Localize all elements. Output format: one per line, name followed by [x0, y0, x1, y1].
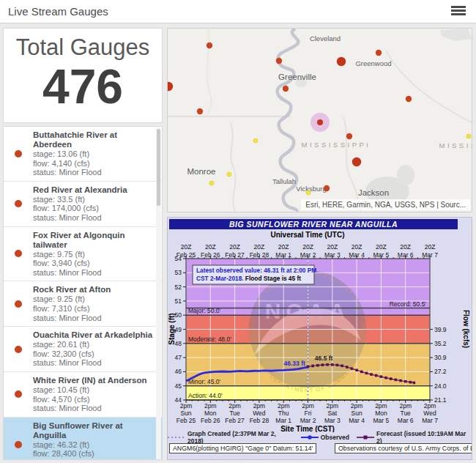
forecast-point [384, 377, 387, 379]
gauge-list-item[interactable]: Buttahatchie River at Aberdeenstage: 13.… [4, 127, 162, 182]
status-dot-column [4, 390, 33, 398]
flood-level-label: Minor: 45.0' [188, 378, 221, 385]
gauge-marker-moderate[interactable] [352, 158, 361, 166]
forecast-point [413, 382, 416, 385]
map-place-label: Tallulah [272, 177, 296, 185]
flood-status-dot-icon [15, 441, 22, 448]
svg-text:2pm: 2pm [399, 402, 412, 410]
map-panel[interactable]: ClevelandGreenwoodGreenvilleMonroeTallul… [167, 28, 472, 212]
svg-text:46: 46 [175, 368, 182, 375]
legend-observed-icon [301, 434, 319, 440]
flood-status-dot-icon [15, 346, 22, 353]
gauge-marker-action[interactable] [227, 172, 231, 177]
gauge-marker-action[interactable] [253, 138, 258, 143]
svg-text:2pm: 2pm [204, 402, 217, 410]
svg-text:Fri: Fri [305, 410, 312, 417]
svg-text:47: 47 [175, 354, 182, 361]
map-attribution: Esri, HERE, Garmin, NGA, USGS, NPS | Sou… [301, 199, 470, 210]
flood-status-dot-icon [15, 390, 22, 398]
gauge-info: Big Sunflower River at Anguillastage: 46… [33, 421, 155, 460]
forecast-point [380, 375, 383, 378]
svg-text:Mar 6: Mar 6 [398, 251, 414, 259]
total-gauges-card: Total Gauges 476 [3, 28, 163, 123]
svg-text:Feb 25: Feb 25 [176, 251, 196, 259]
map-place-label: Jackson [358, 188, 389, 197]
gauge-marker-minor[interactable] [283, 86, 289, 92]
gauge-name: Rock River at Afton [33, 285, 155, 295]
svg-text:CST 2-Mar-2018. Flood Stage is: CST 2-Mar-2018. Flood Stage is 45 ft [196, 275, 301, 282]
gauge-list-item[interactable]: Rock River at Aftonstage: 9.25 (ft)flow:… [4, 281, 162, 327]
total-gauges-label: Total Gauges [4, 34, 162, 61]
gauge-info: White River (IN) at Andersonstage: 10.45… [33, 376, 155, 413]
gauge-marker-minor[interactable] [207, 42, 212, 48]
gauge-marker-minor[interactable] [376, 50, 382, 56]
gauge-marker-minor[interactable] [276, 58, 282, 64]
svg-text:Thu: Thu [278, 410, 289, 417]
svg-text:Mar 3: Mar 3 [324, 251, 341, 259]
svg-text:2pm: 2pm [424, 402, 436, 410]
map-place-label: Cleveland [310, 34, 341, 42]
gauge-stage: stage: 9.25 (ft) [33, 295, 155, 304]
gauge-status: status: Minor Flood [33, 358, 155, 368]
svg-text:Mar 1: Mar 1 [275, 417, 291, 424]
gauge-info: Ouachita River at Arkadelphiastage: 20.6… [33, 330, 155, 368]
gauge-list-item[interactable]: White River (IN) at Andersonstage: 10.45… [4, 372, 162, 418]
gauge-marker-minor[interactable] [346, 133, 352, 139]
gauge-list-item[interactable]: Big Sunflower River at Anguillastage: 46… [4, 418, 162, 460]
gauge-stage: stage: 13.06 (ft) [33, 149, 155, 159]
map-place-label: Vicksburg [296, 185, 327, 193]
svg-text:20Z: 20Z [205, 243, 216, 251]
svg-text:Feb 27: Feb 27 [225, 417, 245, 424]
svg-text:Tue: Tue [229, 410, 240, 417]
forecast-point [399, 379, 402, 382]
gauge-list-item[interactable]: Fox River at Algonquin tailwaterstage: 9… [4, 227, 162, 282]
legend-label: Forecast (issued 10:19AM Mar 2) [376, 430, 472, 445]
svg-text:21.1: 21.1 [434, 396, 447, 404]
svg-text:Sun: Sun [352, 410, 362, 417]
gauge-stage: stage: 33.5 (ft) [33, 195, 155, 204]
list-scrollbar[interactable] [156, 127, 161, 460]
svg-text:Feb 26: Feb 26 [201, 417, 220, 424]
scrollbar-thumb[interactable] [157, 129, 160, 206]
svg-text:2pm: 2pm [253, 402, 266, 410]
svg-text:Wed: Wed [423, 410, 436, 417]
gauge-list-item[interactable]: Red River at Alexandriastage: 33.5 (ft)f… [4, 182, 162, 227]
svg-text:2pm: 2pm [375, 402, 387, 410]
status-dot-column [4, 346, 33, 353]
gauge-flow: flow: 3,940 (cfs) [33, 259, 155, 268]
gauge-marker-action[interactable] [209, 181, 214, 185]
gauge-marker-action[interactable] [306, 190, 310, 195]
svg-text:20Z: 20Z [425, 243, 436, 251]
gauge-status: status: Minor Flood [33, 168, 155, 177]
status-dot-column [4, 441, 33, 448]
svg-text:45: 45 [175, 382, 182, 390]
gauge-marker-minor[interactable] [324, 185, 330, 191]
gauge-info: Rock River at Aftonstage: 9.25 (ft)flow:… [33, 285, 155, 322]
gauge-flow: flow: 28,400 (cfs) [33, 449, 155, 459]
gauge-stage: stage: 46.32 (ft) [33, 440, 155, 450]
selected-gauge-marker[interactable] [317, 119, 323, 125]
svg-text:Feb 28: Feb 28 [250, 251, 269, 259]
map-place-label: MISSISS [439, 141, 472, 149]
legend-label: Graph Created (2:37PM Mar 2, 2018) [187, 430, 294, 445]
forecast-point [395, 379, 398, 382]
svg-text:Latest observed value: 46.31: Latest observed value: 46.31 ft at 2:00 … [196, 267, 316, 274]
gauge-marker-action[interactable] [466, 134, 471, 138]
gauge-marker-moderate[interactable] [337, 57, 346, 66]
gauge-marker-minor[interactable] [406, 96, 412, 102]
map-canvas[interactable]: ClevelandGreenwoodGreenvilleMonroeTallul… [168, 29, 472, 212]
gauge-marker-minor[interactable] [197, 108, 203, 114]
legend-item-observed: Observed [301, 434, 349, 441]
svg-text:2pm: 2pm [327, 402, 339, 410]
svg-text:Mar 4: Mar 4 [349, 417, 365, 424]
svg-text:Feb 28: Feb 28 [250, 417, 269, 424]
forecast-point [360, 371, 363, 374]
gauge-list-item[interactable]: Ouachita River at Arkadelphiastage: 20.6… [4, 327, 162, 372]
total-gauges-value: 476 [4, 62, 162, 111]
flood-level-label: Moderate: 48.0' [188, 336, 231, 343]
flood-status-dot-icon [15, 150, 22, 158]
svg-text:20Z: 20Z [352, 243, 362, 251]
gauge-status: status: Minor Flood [33, 404, 155, 413]
hamburger-menu-icon[interactable] [451, 6, 466, 18]
flood-level-label: Major: 50.0' [188, 307, 221, 314]
